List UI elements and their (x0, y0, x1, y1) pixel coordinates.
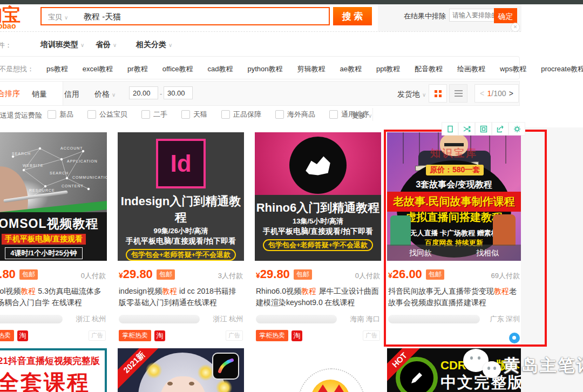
ad-tag: 广告 (363, 330, 380, 341)
seller-location: 海南 海口 (350, 314, 380, 324)
find-similar-button[interactable]: 找相似 (454, 245, 521, 261)
shuffle-button[interactable] (458, 122, 475, 136)
product-card[interactable]: 2021抖音直播短视频完整版 全套课程 0基础7天快速上手 (0, 348, 107, 392)
suggestion-link[interactable]: ae教程 (340, 64, 362, 74)
search-category-dropdown[interactable]: 宝贝∨ (48, 12, 68, 22)
dropdown-related-category[interactable]: 相关分类∨ (136, 40, 172, 50)
checkbox-icon (87, 110, 96, 119)
nested-square-icon (480, 125, 487, 133)
suggestion-link[interactable]: procreate教程 (541, 64, 583, 74)
product-card[interactable] (255, 348, 381, 392)
product-title[interactable]: Rhino6.0视频教程 犀牛工业设计曲面建模渲染keyshot9.0 在线课程 (256, 286, 380, 308)
suggestion-link[interactable]: python教程 (247, 64, 282, 74)
page-indicator: 1/100 (487, 89, 506, 98)
logo-triangle (331, 384, 347, 392)
original-price-tag: 原价：580一套 (426, 165, 484, 175)
product-card-highlighted[interactable]: 知识宝库 原价：580一套 3套故事会/变现教程 老故事.民间故事制作课程 虚拟… (387, 131, 521, 340)
checkbox-authentic[interactable]: 正品保障 (221, 110, 261, 119)
product-card[interactable]: Rhino6入门到精通教程 13集/5小时/高清 手机平板电脑/直接观看/拍下即… (255, 131, 381, 340)
product-card[interactable]: Id Indesign入门到精通教程 99集/26小时/高清 手机平板电脑/直接… (118, 131, 244, 340)
frame-button[interactable] (475, 122, 492, 136)
ship-from-dropdown[interactable]: 发货地∨ (397, 90, 426, 99)
product-title[interactable]: comsol视频教程 5.3仿真电磁流体多物理场耦合入门自学 在线课程 (0, 286, 106, 308)
product-title[interactable]: 抖音民间故事无人直播带货变现教程老故事会视频虚拟直播搭建课程 (388, 286, 520, 308)
image-faint-text: 知识宝库 (387, 146, 521, 160)
next-page-button[interactable]: > (509, 89, 513, 98)
price-max-input[interactable] (164, 86, 193, 99)
grid-view-button[interactable] (429, 84, 447, 103)
suggestion-link[interactable]: cad教程 (208, 64, 233, 74)
free-shipping-badge: 包邮 (294, 269, 312, 280)
watermark-text: 黄岛主笔记 (503, 354, 583, 377)
suggestion-link[interactable]: wps教程 (500, 64, 526, 74)
checkbox-secondhand[interactable]: 二手 (141, 110, 167, 119)
suggestion-link[interactable]: pr教程 (127, 64, 148, 74)
close-icon[interactable]: ✕ (511, 23, 520, 32)
checkbox-tmall[interactable]: 天猫 (181, 110, 207, 119)
free-shipping-badge: 包邮 (426, 269, 444, 280)
seller-name-blurred (119, 315, 200, 323)
image-hover-bar: 找同款 找相似 (387, 245, 521, 261)
sort-price[interactable]: 价格∨ (94, 90, 116, 99)
cross-arrows-icon (463, 125, 471, 133)
sort-credit[interactable]: 信用 (64, 90, 79, 99)
price: 29.80 (260, 267, 290, 281)
dropdown-training-type[interactable]: 培训班类型∨ (40, 40, 84, 50)
prev-page-button[interactable]: < (480, 89, 484, 98)
capture-region-button[interactable] (442, 122, 458, 136)
list-view-icon (455, 90, 463, 91)
dropdown-province[interactable]: 省份∨ (96, 40, 117, 50)
shop-hot-badge: 掌柜热卖 (119, 330, 151, 341)
product-card[interactable]: 2021新 (118, 348, 244, 392)
checkbox-icon (329, 110, 338, 119)
search-input[interactable] (83, 9, 311, 24)
suggestion-link[interactable]: 剪辑教程 (297, 64, 326, 74)
suggestion-link[interactable]: ppt教程 (376, 64, 400, 74)
taobao-logo-latin: obao (0, 22, 16, 30)
shop-hot-badge: 掌柜热卖 (256, 330, 288, 341)
checkbox-icon (141, 110, 150, 119)
rhino-icon (301, 148, 335, 182)
price-min-input[interactable] (129, 86, 158, 99)
suggestion-link[interactable]: ps教程 (46, 64, 68, 74)
product-card[interactable]: SEARCH ACCOUNT WEBSITE SEARCH APPLICATIO… (0, 131, 107, 340)
product-title[interactable]: indesign视频教程 id cc 2018书籍排版零基础入门到精通在线课程 (119, 286, 243, 308)
image-main-title: 老故事.民间故事制作课程 (387, 192, 521, 212)
product-image[interactable]: Rhino6入门到精通教程 13集/5小时/高清 手机平板电脑/直接观看/拍下即… (255, 132, 381, 261)
find-same-button[interactable]: 找同款 (387, 245, 454, 261)
checkbox-icon (48, 110, 56, 119)
exclude-confirm-button[interactable]: 确定 (494, 8, 517, 23)
search-button[interactable]: 搜 索 (333, 7, 372, 25)
image-promise: 包学包会+老师答疑+学不会退款 (126, 249, 236, 261)
product-image[interactable]: 知识宝库 原价：580一套 3套故事会/变现教程 老故事.民间故事制作课程 虚拟… (387, 132, 521, 261)
checkbox-overseas[interactable]: 海外商品 (275, 110, 315, 119)
more-filters-link[interactable]: 更多∨ (352, 111, 372, 120)
settings-button[interactable] (509, 122, 525, 136)
product-image[interactable]: SEARCH ACCOUNT WEBSITE SEARCH APPLICATIO… (0, 132, 107, 261)
list-view-button[interactable] (449, 84, 467, 103)
suggestion-link[interactable]: excel教程 (83, 64, 113, 74)
sparkle (146, 362, 162, 379)
taobao-shop-icon: 淘 (292, 330, 302, 341)
checkbox-new[interactable]: 新品 (48, 110, 73, 119)
taobao-shop-icon: 淘 (17, 330, 28, 341)
suggestion-link[interactable]: 绘画教程 (457, 64, 485, 74)
suggestion-link[interactable]: office教程 (162, 64, 193, 74)
checkbox-charity[interactable]: 公益宝贝 (87, 110, 127, 119)
seller-location: 浙江 杭州 (76, 314, 106, 324)
product-image[interactable]: Id Indesign入门到精通教程 99集/26小时/高清 手机平板电脑/直接… (118, 132, 244, 261)
taobao-logo[interactable]: 淘宝 (0, 5, 21, 24)
share-button[interactable] (492, 122, 509, 136)
suggestion-link[interactable]: 配音教程 (415, 64, 443, 74)
wangwang-chat-icon[interactable] (509, 333, 520, 343)
currency-symbol: ¥ (256, 271, 260, 280)
procreate-icon (212, 353, 239, 380)
page-tools-toolbar (442, 122, 525, 136)
sort-sales[interactable]: 销量 (32, 90, 47, 99)
suggestion-links: ps教程 excel教程 pr教程 office教程 cad教程 python教… (46, 64, 583, 74)
gear-icon (513, 125, 521, 133)
checkbox-icon (221, 110, 230, 119)
chevron-down-icon: ∨ (422, 92, 426, 98)
search-box[interactable]: 宝贝∨ (40, 7, 330, 25)
paid-count: 0人付款 (81, 271, 106, 281)
